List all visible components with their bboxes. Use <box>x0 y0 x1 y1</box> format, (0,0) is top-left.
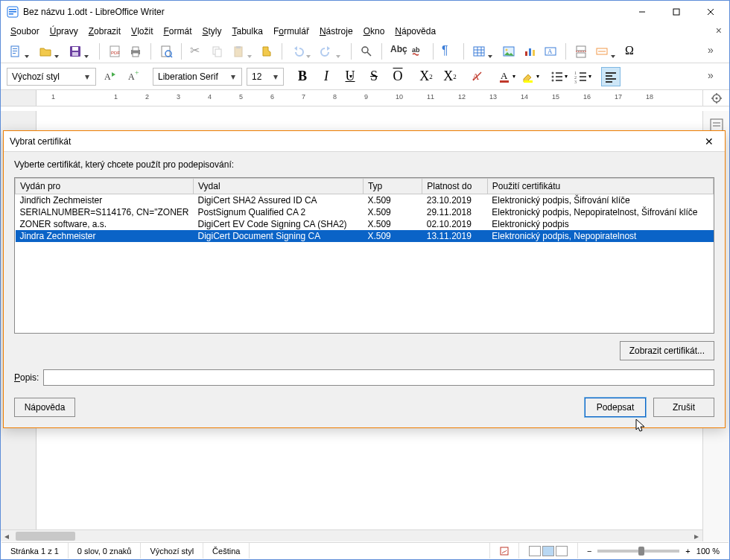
insert-table-button[interactable] <box>470 42 488 60</box>
font-name-combo[interactable]: ▾ <box>153 68 242 86</box>
menu-format[interactable]: Formát <box>158 25 197 38</box>
view-mode-buttons[interactable] <box>519 543 578 559</box>
menu-upravy[interactable]: Úpravy <box>45 25 83 38</box>
menu-zobrazit[interactable]: Zobrazit <box>83 25 126 38</box>
insert-field-button[interactable] <box>593 42 611 60</box>
toolbar-overflow-button[interactable]: » <box>705 42 723 60</box>
zoom-out-icon[interactable]: − <box>587 547 591 556</box>
menu-styly[interactable]: Styly <box>197 25 227 38</box>
zoom-control[interactable]: − + 100 % <box>578 543 729 559</box>
spellcheck-button[interactable]: Abç <box>388 42 406 60</box>
font-color-button[interactable]: A▾ <box>497 67 516 86</box>
scrollbar-thumb[interactable] <box>16 532 75 541</box>
scroll-left-icon[interactable]: ◂ <box>1 531 13 541</box>
insert-textbox-button[interactable]: A <box>542 42 559 60</box>
subscript-button[interactable]: X2 <box>440 67 460 86</box>
export-pdf-button[interactable]: PDF <box>106 42 124 60</box>
print-preview-button[interactable] <box>157 42 175 60</box>
insert-chart-button[interactable] <box>521 42 539 60</box>
description-input[interactable] <box>43 369 714 386</box>
autospell-button[interactable]: ab <box>409 42 427 60</box>
font-size-combo[interactable]: ▾ <box>247 68 284 86</box>
dialog-close-button[interactable]: ✕ <box>698 136 720 147</box>
paragraph-style-combo[interactable]: ▾ <box>7 68 96 86</box>
menu-soubor[interactable]: Soubor <box>5 25 45 38</box>
view-single-page-icon[interactable] <box>529 546 541 556</box>
update-style-button[interactable]: A <box>101 67 120 86</box>
menu-okno[interactable]: Okno <box>358 25 390 38</box>
bold-button[interactable]: B <box>293 67 312 86</box>
minimize-button[interactable] <box>625 1 659 23</box>
sidebar-settings-button[interactable] <box>702 90 729 106</box>
zoom-slider[interactable] <box>597 550 679 553</box>
align-left-button[interactable] <box>601 67 620 86</box>
menu-vlozit[interactable]: Vložit <box>126 25 158 38</box>
certificate-row[interactable]: SERIALNUMBER=S114176, CN="ZONERPostSignu… <box>16 206 714 218</box>
formatting-toolbar: ▾ A A+ ▾ ▾ B I U▾ S O X2 X2 A A▾ ▾ ▾ 123… <box>1 63 729 90</box>
column-header-issued-to[interactable]: Vydán pro <box>16 179 194 194</box>
save-button[interactable] <box>66 42 84 60</box>
certificate-row[interactable]: ZONER software, a.s.DigiCert EV Code Sig… <box>16 218 714 230</box>
new-style-button[interactable]: A+ <box>124 67 144 86</box>
copy-button[interactable] <box>209 42 226 60</box>
horizontal-scrollbar[interactable]: ◂ ▸ <box>1 529 702 541</box>
svg-rect-18 <box>133 47 139 51</box>
dialog-titlebar[interactable]: Vybrat certifikát ✕ <box>4 131 725 152</box>
open-button[interactable] <box>36 42 54 60</box>
menu-formular[interactable]: Formulář <box>268 25 314 38</box>
view-multi-page-icon[interactable] <box>542 546 554 556</box>
bullet-list-button[interactable]: ▾ <box>549 67 568 86</box>
certificate-row[interactable]: Jindřich ZechmeisterDigiCert SHA2 Assure… <box>16 194 714 207</box>
zoom-value[interactable]: 100 % <box>696 547 720 556</box>
close-document-button[interactable]: × <box>716 25 722 36</box>
print-button[interactable] <box>127 42 145 60</box>
clone-format-button[interactable] <box>258 42 276 60</box>
insert-special-char-button[interactable]: Ω <box>623 42 641 60</box>
column-header-issued-by[interactable]: Vydal <box>194 179 364 194</box>
menu-napoveda[interactable]: Nápověda <box>390 25 441 38</box>
insert-pagebreak-button[interactable] <box>572 42 590 60</box>
certificate-table[interactable]: Vydán pro Vydal Typ Platnost do Použití … <box>14 177 714 334</box>
toolbar-overflow-button[interactable]: » <box>705 68 723 86</box>
status-page[interactable]: Stránka 1 z 1 <box>1 543 69 559</box>
view-book-icon[interactable] <box>556 546 568 556</box>
cut-button[interactable]: ✂ <box>188 42 206 60</box>
zoom-in-icon[interactable]: + <box>685 547 690 556</box>
close-window-button[interactable] <box>694 1 728 23</box>
font-name-input[interactable] <box>156 71 228 83</box>
numbered-list-button[interactable]: 123▾ <box>573 67 592 86</box>
font-size-input[interactable] <box>250 71 272 83</box>
status-words[interactable]: 0 slov, 0 znaků <box>69 543 142 559</box>
menu-nastroje[interactable]: Nástroje <box>314 25 358 38</box>
status-language[interactable]: Čeština <box>203 543 250 559</box>
sign-button[interactable]: Podepsat <box>585 398 646 417</box>
status-style[interactable]: Výchozí styl <box>141 543 203 559</box>
help-button[interactable]: Nápověda <box>14 398 75 417</box>
clear-formatting-button[interactable]: A <box>469 67 488 86</box>
maximize-button[interactable] <box>659 1 694 23</box>
status-sign-icon[interactable] <box>490 543 519 559</box>
new-doc-button[interactable] <box>7 42 25 60</box>
superscript-button[interactable]: X2 <box>416 67 436 86</box>
certificate-row[interactable]: Jindra ZechmeisterDigiCert Document Sign… <box>16 230 714 242</box>
highlight-button[interactable]: ▾ <box>521 67 540 86</box>
paragraph-style-input[interactable] <box>10 71 82 83</box>
cancel-button[interactable]: Zrušit <box>653 398 714 417</box>
find-replace-button[interactable] <box>358 42 375 60</box>
show-certificate-button[interactable]: Zobrazit certifikát... <box>620 341 714 360</box>
overline-button[interactable]: O <box>388 67 407 86</box>
column-header-usage[interactable]: Použití certifikátu <box>487 179 713 194</box>
strikethrough-button[interactable]: S <box>364 67 384 86</box>
column-header-valid-to[interactable]: Platnost do <box>422 179 488 194</box>
italic-button[interactable]: I <box>317 67 336 86</box>
nonprinting-chars-button[interactable]: ¶ <box>439 42 457 60</box>
underline-button[interactable]: U▾ <box>340 67 360 86</box>
insert-image-button[interactable] <box>500 42 518 60</box>
menu-tabulka[interactable]: Tabulka <box>227 25 268 38</box>
horizontal-ruler[interactable]: 1123456789101112131415161718 <box>1 90 729 106</box>
undo-button[interactable] <box>288 42 306 60</box>
scroll-right-icon[interactable]: ▸ <box>691 531 702 541</box>
redo-button[interactable] <box>318 42 336 60</box>
paste-button[interactable] <box>229 42 247 60</box>
column-header-type[interactable]: Typ <box>363 179 422 194</box>
